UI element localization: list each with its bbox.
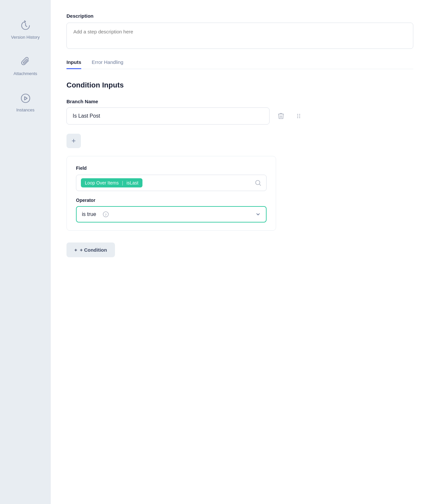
field-label: Field bbox=[76, 165, 267, 171]
description-label: Description bbox=[66, 13, 413, 19]
tabs-row: Inputs Error Handling bbox=[66, 59, 413, 69]
sidebar-item-label-version-history: Version History bbox=[11, 35, 40, 40]
add-condition-plus-icon: + bbox=[74, 247, 77, 253]
operator-value: is true bbox=[82, 211, 96, 217]
branch-name-input[interactable] bbox=[66, 107, 270, 125]
field-tag-separator: | bbox=[122, 180, 123, 185]
play-icon bbox=[19, 92, 32, 105]
delete-branch-button[interactable] bbox=[275, 110, 287, 122]
sidebar: Version History Attachments Instances bbox=[0, 0, 51, 504]
search-icon bbox=[254, 179, 262, 186]
field-tag-part2: isLast bbox=[126, 180, 139, 185]
main-content: Description Inputs Error Handling Condit… bbox=[51, 0, 429, 504]
tab-error-handling[interactable]: Error Handling bbox=[92, 59, 123, 69]
sidebar-item-label-instances: Instances bbox=[16, 107, 35, 113]
condition-inputs-title: Condition Inputs bbox=[66, 81, 413, 89]
drag-dots-icon bbox=[295, 112, 302, 120]
chevron-down-icon bbox=[255, 212, 261, 217]
add-condition-button[interactable]: + + Condition bbox=[66, 242, 115, 257]
operator-row: is true ? is true is false bbox=[76, 206, 267, 223]
add-branch-button[interactable]: + bbox=[66, 134, 81, 148]
operator-label: Operator bbox=[76, 198, 267, 203]
description-input[interactable] bbox=[66, 23, 413, 49]
history-icon bbox=[19, 19, 32, 32]
branch-name-row bbox=[66, 107, 413, 125]
sidebar-item-version-history[interactable]: Version History bbox=[0, 13, 51, 46]
svg-point-4 bbox=[299, 115, 300, 116]
svg-point-2 bbox=[299, 114, 300, 115]
operator-display: is true ? bbox=[76, 206, 267, 223]
sidebar-item-attachments[interactable]: Attachments bbox=[0, 49, 51, 83]
branch-name-label: Branch Name bbox=[66, 99, 413, 104]
svg-point-3 bbox=[297, 115, 298, 116]
add-branch-icon: + bbox=[72, 137, 76, 145]
paperclip-icon bbox=[19, 55, 32, 68]
svg-point-5 bbox=[297, 117, 298, 118]
add-condition-label: + Condition bbox=[80, 247, 107, 253]
condition-card: Field Loop Over Items | isLast Operator … bbox=[66, 156, 276, 231]
sidebar-item-instances[interactable]: Instances bbox=[0, 86, 51, 119]
field-tag-part1: Loop Over Items bbox=[85, 180, 119, 185]
operator-help-icon: ? bbox=[103, 211, 109, 217]
tab-inputs[interactable]: Inputs bbox=[66, 59, 81, 69]
trash-icon bbox=[277, 112, 285, 120]
sidebar-item-label-attachments: Attachments bbox=[13, 71, 37, 77]
svg-point-0 bbox=[21, 94, 30, 103]
field-tag: Loop Over Items | isLast bbox=[81, 178, 142, 187]
field-search-button[interactable] bbox=[254, 179, 262, 186]
svg-point-6 bbox=[299, 117, 300, 118]
field-input-row: Loop Over Items | isLast bbox=[76, 175, 267, 191]
svg-point-1 bbox=[297, 114, 298, 115]
drag-handle-button[interactable] bbox=[292, 110, 305, 122]
svg-text:?: ? bbox=[105, 212, 107, 216]
